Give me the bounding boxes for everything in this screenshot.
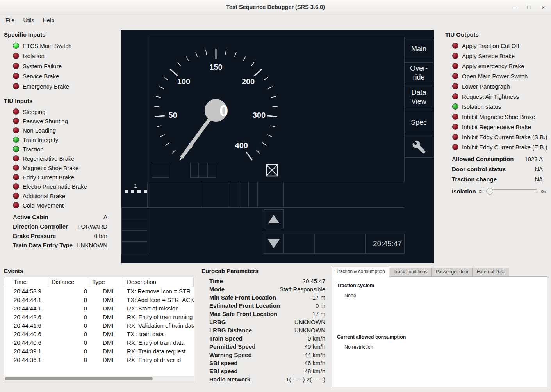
tab-external-data[interactable]: External Data: [473, 268, 509, 277]
indicator-non-leading[interactable]: Non Leading: [4, 126, 119, 135]
led-red-icon: [452, 43, 458, 49]
level-square-icon: [131, 190, 134, 193]
led-red-icon[interactable]: [13, 83, 19, 89]
led-red-icon[interactable]: [13, 155, 19, 161]
current-allowed-consumption-title: Current allowed consumption: [337, 334, 406, 340]
menu-utils[interactable]: Utils: [19, 16, 38, 25]
dmi-sub-cell-d: [207, 163, 216, 178]
param-value: 0 bar: [94, 232, 107, 239]
led-red-icon[interactable]: [13, 118, 19, 124]
indicator-train-integrity[interactable]: Train Integrity: [4, 135, 119, 144]
event-row[interactable]: 20:44:39.10DMIRX: Train data request: [4, 347, 194, 356]
indicator-isolation-status: Isolation status: [445, 101, 547, 112]
event-cell: 0: [50, 339, 88, 347]
minimize-button[interactable]: –: [512, 4, 518, 11]
dmi-left-cell: [121, 207, 147, 219]
led-red-icon[interactable]: [13, 165, 19, 171]
slider-knob[interactable]: [487, 188, 493, 195]
column-header-type[interactable]: Type: [88, 277, 122, 287]
indicator-additional-brake[interactable]: Additional Brake: [4, 191, 119, 200]
event-row[interactable]: 20:44:53.90DMITX: Remove Icon = STR_AC: [4, 287, 194, 296]
eurocab-param-lrbg: LRBGUNKNOWN: [201, 318, 325, 326]
led-red-icon[interactable]: [13, 53, 19, 59]
indicator-label: Traction: [23, 146, 44, 153]
indicator-isolation[interactable]: Isolation: [4, 51, 119, 61]
indicator-etcs-main-switch[interactable]: ETCS Main Switch: [4, 41, 119, 51]
eurocab-param-mode: ModeStaff Responsible: [201, 285, 325, 293]
led-red-icon[interactable]: [13, 63, 19, 69]
led-red-icon[interactable]: [13, 73, 19, 79]
event-cell: RX: Entry of driver id: [122, 356, 194, 364]
indicator-eddy-current-brake[interactable]: Eddy Current Brake: [4, 172, 119, 182]
indicator-sleeping[interactable]: Sleeping: [4, 107, 119, 116]
event-row[interactable]: 20:44:36.10DMIRX: Entry of driver id: [4, 356, 194, 364]
tiu-output-params: Allowed Consumption1023 ADoor control st…: [452, 154, 543, 184]
param-label: Train Speed: [209, 334, 243, 342]
current-allowed-consumption-value: No restriction: [344, 344, 373, 350]
indicator-emergency-brake[interactable]: Emergency Brake: [4, 81, 119, 91]
led-red-icon[interactable]: [13, 108, 19, 115]
tab-passenger-door[interactable]: Passenger door: [432, 268, 473, 277]
indicator-label: Apply Service Brake: [462, 53, 515, 59]
down-arrow-icon: [268, 239, 280, 248]
dmi-button-spec[interactable]: Spec: [404, 112, 433, 133]
dmi-button-main[interactable]: Main: [404, 39, 433, 59]
column-header-distance[interactable]: Distance: [50, 277, 88, 287]
indicator-magnetic-shoe-brake[interactable]: Magnetic Shoe Brake: [4, 163, 119, 172]
scrollbar-thumb[interactable]: [5, 377, 153, 380]
wrench-icon: [412, 140, 426, 154]
led-red-icon[interactable]: [13, 183, 19, 190]
column-header-description[interactable]: Description: [122, 277, 194, 287]
indicator-label: Isolation status: [462, 103, 501, 110]
isolation-slider[interactable]: [486, 188, 538, 195]
param-value: 17 m: [312, 310, 325, 318]
led-red-icon: [452, 73, 458, 79]
menu-help[interactable]: Help: [39, 16, 59, 25]
indicator-traction[interactable]: Traction: [4, 144, 119, 154]
dmi-button-override[interactable]: Over-ride: [404, 62, 433, 83]
led-red-icon[interactable]: [13, 193, 19, 199]
settings-wrench-button[interactable]: [404, 137, 433, 158]
indicator-electro-pneumatic-brake[interactable]: Electro Pneumatic Brake: [4, 182, 119, 191]
inputs-panel: Specific Inputs ETCS Main SwitchIsolatio…: [4, 31, 119, 250]
led-red-icon[interactable]: [13, 127, 19, 133]
close-button[interactable]: ×: [540, 4, 546, 11]
scroll-down-button[interactable]: [264, 234, 284, 254]
column-header-time[interactable]: Time: [4, 277, 50, 287]
event-row[interactable]: 20:44:40.60DMIRX: Entry of train data: [4, 339, 194, 347]
indicator-cold-movement[interactable]: Cold Movement: [4, 200, 119, 210]
indicator-regenerative-brake[interactable]: Regenerative Brake: [4, 154, 119, 163]
led-green-icon[interactable]: [13, 137, 19, 143]
dmi-speed-area: [150, 37, 405, 182]
menu-file[interactable]: File: [1, 16, 19, 25]
indicator-apply-traction-cut-off: Apply Traction Cut Off: [445, 41, 547, 51]
event-row[interactable]: 20:44:41.60DMIRX: Validation of train da…: [4, 321, 194, 330]
tab-traction-consumption[interactable]: Traction & consumption: [332, 267, 389, 277]
event-row[interactable]: 20:44:44.10DMIRX: Start of mission: [4, 304, 194, 313]
indicator-service-brake[interactable]: Service Brake: [4, 71, 119, 81]
scroll-up-button[interactable]: [264, 209, 284, 229]
led-green-icon: [452, 103, 458, 110]
dmi-button-data-view[interactable]: DataView: [404, 87, 433, 107]
indicator-request-air-tightness: Request Air Tightness: [445, 91, 547, 101]
maximize-button[interactable]: □: [526, 4, 532, 11]
horizontal-scrollbar[interactable]: [4, 376, 194, 381]
led-green-bright-icon[interactable]: [13, 43, 19, 49]
param-label: Allowed Consumption: [452, 156, 514, 162]
led-red-icon[interactable]: [13, 202, 19, 208]
event-row[interactable]: 20:44:42.60DMIRX: Entry of train running…: [4, 313, 194, 321]
event-row[interactable]: 20:44:44.10DMITX: Add Icon = STR_ACK_S: [4, 296, 194, 304]
indicator-passive-shunting[interactable]: Passive Shunting: [4, 116, 119, 126]
led-red-icon: [452, 63, 458, 69]
tab-track-conditions[interactable]: Track conditions: [390, 268, 432, 277]
event-cell: 20:44:40.6: [4, 330, 50, 339]
param-label: Active Cabin: [13, 214, 48, 220]
led-red-icon[interactable]: [13, 174, 19, 180]
indicator-label: Isolation: [23, 53, 45, 59]
led-green-icon[interactable]: [13, 146, 19, 152]
tiu-outputs-panel: TIU Outputs Apply Traction Cut OffApply …: [445, 31, 547, 196]
event-row[interactable]: 20:44:40.60DMITX : train data: [4, 330, 194, 339]
param-label: EBI speed: [209, 367, 238, 375]
param-value: NA: [535, 166, 543, 172]
indicator-system-failure[interactable]: System Failure: [4, 61, 119, 71]
